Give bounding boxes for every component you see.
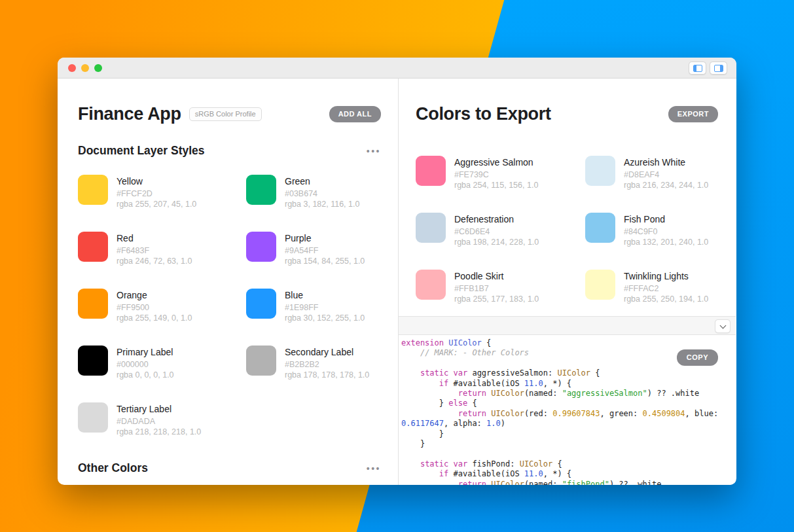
color-item[interactable]: Red #F6483F rgba 246, 72, 63, 1.0: [78, 232, 246, 266]
color-item[interactable]: Primary Label #000000 rgba 0, 0, 0, 1.0: [78, 346, 246, 380]
document-colors-panel: Finance App sRGB Color Profile ADD ALL D…: [58, 79, 399, 485]
overflow-menu-icon[interactable]: •••: [367, 464, 381, 473]
color-text: Aggressive Salmon #FE739C rgba 254, 115,…: [454, 156, 538, 190]
color-name: Blue: [285, 290, 365, 300]
color-item[interactable]: Purple #9A54FF rgba 154, 84, 255, 1.0: [246, 232, 381, 266]
color-name: Azureish White: [624, 157, 708, 168]
color-swatch: [78, 289, 108, 319]
color-text: Defenestration #C6D6E4 rgba 198, 214, 22…: [454, 213, 539, 247]
color-name: Orange: [117, 290, 192, 300]
color-swatch: [246, 289, 276, 319]
color-hex: #FF9500: [117, 303, 192, 312]
color-item[interactable]: Azureish White #D8EAF4 rgba 216, 234, 24…: [585, 156, 718, 190]
color-swatch: [78, 232, 108, 262]
export-panel: Colors to Export EXPORT Aggressive Salmo…: [399, 79, 736, 485]
export-color-list: Aggressive Salmon #FE739C rgba 254, 115,…: [416, 156, 718, 304]
color-swatch: [585, 270, 615, 300]
color-rgba: rgba 3, 182, 116, 1.0: [285, 200, 359, 209]
color-name: Fish Pond: [624, 214, 708, 224]
color-item[interactable]: Aggressive Salmon #FE739C rgba 254, 115,…: [416, 156, 585, 190]
color-hex: #FFCF2D: [117, 189, 196, 198]
color-name: Primary Label: [117, 347, 174, 357]
color-swatch: [585, 156, 615, 186]
color-hex: #B2B2B2: [285, 360, 369, 369]
color-name: Poodle Skirt: [454, 271, 539, 281]
color-item[interactable]: Tertiary Label #DADADA rgba 218, 218, 21…: [78, 402, 246, 436]
color-rgba: rgba 0, 0, 0, 1.0: [117, 370, 174, 380]
color-item[interactable]: Twinkling Lights #FFFAC2 rgba 255, 250, …: [585, 270, 718, 304]
color-rgba: rgba 198, 214, 228, 1.0: [454, 238, 539, 247]
color-item[interactable]: Green #03B674 rgba 3, 182, 116, 1.0: [246, 175, 381, 209]
code-panel: extension UIColor { // MARK: - Other Col…: [399, 335, 736, 485]
color-profile-badge: sRGB Color Profile: [189, 107, 262, 121]
color-text: Azureish White #D8EAF4 rgba 216, 234, 24…: [624, 156, 708, 190]
color-name: Red: [117, 233, 192, 243]
minimize-window-button[interactable]: [81, 64, 89, 72]
color-hex: #84C9F0: [624, 227, 708, 236]
color-text: Yellow #FFCF2D rgba 255, 207, 45, 1.0: [117, 175, 196, 209]
color-rgba: rgba 154, 84, 255, 1.0: [285, 257, 365, 266]
color-text: Blue #1E98FF rgba 30, 152, 255, 1.0: [285, 289, 365, 323]
color-item[interactable]: Poodle Skirt #FFB1B7 rgba 255, 177, 183,…: [416, 270, 585, 304]
color-hex: #000000: [117, 360, 174, 369]
color-item[interactable]: Fish Pond #84C9F0 rgba 132, 201, 240, 1.…: [585, 213, 718, 247]
add-all-button[interactable]: ADD ALL: [329, 106, 381, 122]
color-text: Fish Pond #84C9F0 rgba 132, 201, 240, 1.…: [624, 213, 708, 247]
color-hex: #03B674: [285, 189, 359, 198]
color-swatch: [246, 175, 276, 205]
left-panel-icon: [693, 65, 702, 72]
color-item[interactable]: Secondary Label #B2B2B2 rgba 178, 178, 1…: [246, 346, 381, 380]
close-window-button[interactable]: [68, 64, 76, 72]
color-rgba: rgba 255, 149, 0, 1.0: [117, 313, 192, 323]
chevron-down-icon: [719, 322, 726, 328]
color-swatch: [416, 156, 446, 186]
color-name: Tertiary Label: [117, 404, 201, 414]
section-title: Other Colors: [78, 461, 148, 475]
color-rgba: rgba 246, 72, 63, 1.0: [117, 257, 192, 266]
zoom-window-button[interactable]: [94, 64, 102, 72]
color-swatch: [246, 232, 276, 262]
color-swatch: [416, 213, 446, 243]
color-item[interactable]: Blue #1E98FF rgba 30, 152, 255, 1.0: [246, 289, 381, 323]
color-rgba: rgba 255, 177, 183, 1.0: [454, 294, 539, 304]
code-panel-header: [399, 316, 736, 335]
color-name: Aggressive Salmon: [454, 157, 538, 168]
color-hex: #D8EAF4: [624, 170, 708, 179]
code-language-dropdown[interactable]: [715, 319, 731, 333]
title-bar[interactable]: [58, 58, 736, 79]
color-rgba: rgba 30, 152, 255, 1.0: [285, 313, 365, 323]
color-rgba: rgba 132, 201, 240, 1.0: [624, 238, 708, 247]
color-item[interactable]: Defenestration #C6D6E4 rgba 198, 214, 22…: [416, 213, 585, 247]
overflow-menu-icon[interactable]: •••: [367, 147, 381, 156]
color-item[interactable]: Orange #FF9500 rgba 255, 149, 0, 1.0: [78, 289, 246, 323]
color-hex: #F6483F: [117, 246, 192, 255]
color-text: Primary Label #000000 rgba 0, 0, 0, 1.0: [117, 346, 174, 380]
document-layer-styles-header: Document Layer Styles •••: [78, 144, 381, 158]
color-item[interactable]: Yellow #FFCF2D rgba 255, 207, 45, 1.0: [78, 175, 246, 209]
color-swatch: [78, 402, 108, 433]
color-hex: #FE739C: [454, 170, 538, 179]
toggle-right-panel-button[interactable]: [710, 62, 727, 75]
other-colors-header: Other Colors •••: [78, 461, 381, 475]
panel-toggle-group: [689, 62, 727, 75]
color-rgba: rgba 178, 178, 178, 1.0: [285, 370, 369, 380]
color-hex: #1E98FF: [285, 303, 365, 312]
right-panel-icon: [714, 65, 723, 72]
color-name: Twinkling Lights: [624, 271, 708, 281]
export-area: Colors to Export EXPORT Aggressive Salmo…: [399, 79, 736, 316]
copy-button[interactable]: COPY: [677, 349, 718, 366]
right-panel-header: Colors to Export EXPORT: [416, 102, 718, 126]
export-title: Colors to Export: [416, 104, 551, 124]
color-rgba: rgba 254, 115, 156, 1.0: [454, 181, 538, 190]
color-text: Orange #FF9500 rgba 255, 149, 0, 1.0: [117, 289, 192, 323]
toggle-left-panel-button[interactable]: [689, 62, 706, 75]
section-title: Document Layer Styles: [78, 144, 205, 158]
color-name: Green: [285, 176, 359, 186]
color-rgba: rgba 216, 234, 244, 1.0: [624, 181, 708, 190]
color-swatch: [78, 175, 108, 205]
color-name: Purple: [285, 233, 365, 243]
left-panel-header: Finance App sRGB Color Profile ADD ALL: [78, 102, 381, 126]
document-title: Finance App: [78, 104, 181, 124]
color-text: Twinkling Lights #FFFAC2 rgba 255, 250, …: [624, 270, 708, 304]
export-button[interactable]: EXPORT: [668, 106, 718, 122]
